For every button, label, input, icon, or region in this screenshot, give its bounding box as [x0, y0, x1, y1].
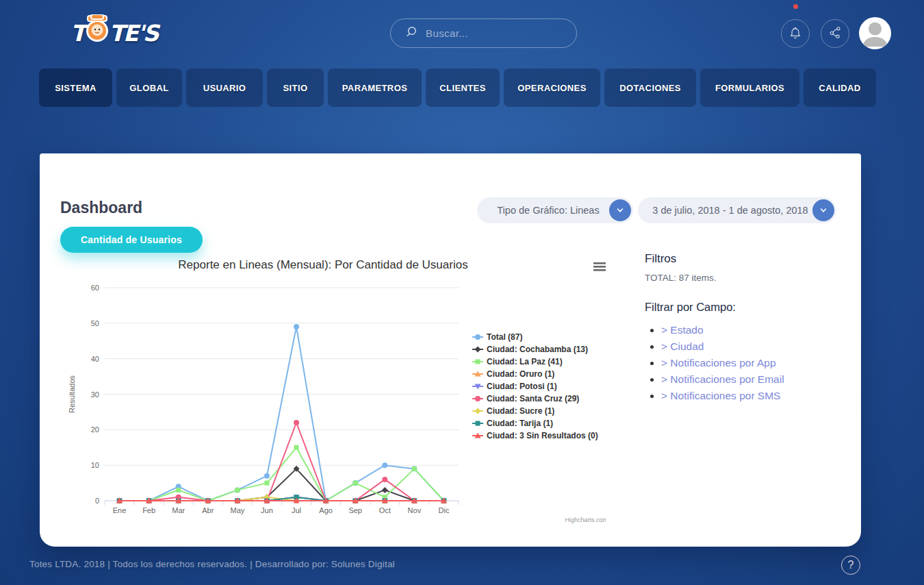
nav-tab-usuario[interactable]: USUARIO — [186, 69, 263, 107]
filters-subheading: Filtrar por Campo: — [645, 301, 850, 314]
filter-list-item: > Estado — [661, 322, 850, 338]
nav-tab-sitio[interactable]: SITIO — [267, 69, 324, 107]
bell-icon — [788, 25, 803, 42]
y-axis-tick-label: 20 — [91, 425, 99, 434]
filter-link-notificaciones-por-sms[interactable]: > Notificaciones por SMS — [661, 390, 780, 401]
main-nav: SISTEMAGLOBALUSUARIOSITIOPARAMETROSCLIEN… — [39, 69, 876, 107]
svg-text:Ciudad: Oruro (1): Ciudad: Oruro (1) — [487, 369, 554, 379]
legend-item[interactable]: Total (87) — [472, 332, 522, 342]
svg-text:Ciudad: 3 Sin Resultados (0): Ciudad: 3 Sin Resultados (0) — [487, 431, 598, 440]
nav-tab-calidad[interactable]: CALIDAD — [804, 69, 876, 107]
legend-item[interactable]: Ciudad: Santa Cruz (29) — [472, 394, 579, 403]
cantidad-usuarios-button[interactable]: Cantidad de Usuarios — [60, 227, 203, 253]
filters-total: TOTAL: 87 items. — [645, 273, 850, 283]
svg-text:Ciudad: Potosi (1): Ciudad: Potosi (1) — [487, 382, 557, 391]
nav-tab-dotaciones[interactable]: DOTACIONES — [604, 69, 696, 107]
highcharts-credit[interactable]: Highcharts.com — [565, 516, 606, 523]
x-axis-tick-label: Mar — [172, 506, 185, 514]
filter-link-ciudad[interactable]: > Ciudad — [661, 340, 704, 352]
chevron-down-icon[interactable] — [812, 199, 834, 221]
x-axis-tick-label: Feb — [142, 506, 155, 514]
content-panel: Dashboard Tipo de Gráfico: Lineas 3 de j… — [40, 153, 861, 547]
x-axis-tick-label: Jul — [292, 506, 301, 514]
share-button[interactable] — [821, 19, 849, 48]
svg-text:Ciudad: Sucre (1): Ciudad: Sucre (1) — [487, 406, 554, 416]
chart-series — [117, 420, 447, 503]
date-range-dropdown[interactable]: 3 de julio, 2018 - 1 de agosto, 2018 — [638, 197, 836, 223]
y-axis-tick-label: 10 — [91, 461, 99, 469]
svg-text:Total (87): Total (87) — [487, 332, 522, 342]
filter-link-estado[interactable]: > Estado — [661, 324, 704, 336]
avatar[interactable] — [859, 17, 891, 49]
person-icon — [859, 19, 891, 49]
legend-item[interactable]: Ciudad: 3 Sin Resultados (0) — [472, 431, 598, 440]
legend-item[interactable]: Ciudad: Potosi (1) — [472, 382, 557, 391]
y-axis-tick-label: 0 — [95, 497, 99, 505]
x-axis-tick-label: Abr — [202, 506, 214, 514]
page-title: Dashboard — [60, 199, 142, 217]
legend-item[interactable]: Ciudad: La Paz (41) — [472, 357, 563, 366]
chart-type-dropdown-value: Tipo de Gráfico: Lineas — [497, 205, 599, 216]
y-axis-title: Resultados — [68, 375, 76, 413]
nav-tab-parametros[interactable]: PARAMETROS — [328, 69, 422, 107]
help-button[interactable]: ? — [841, 556, 860, 575]
y-axis-tick-label: 50 — [91, 319, 99, 327]
logo[interactable]: T TE'S — [70, 14, 157, 52]
line-chart: Reporte en Lineas (Mensual): Por Cantida… — [65, 252, 606, 526]
nav-tab-sistema[interactable]: SISTEMA — [39, 69, 112, 107]
filter-list-item: > Notificaciones por SMS — [661, 388, 850, 404]
chevron-down-icon[interactable] — [609, 199, 631, 221]
nav-tab-formularios[interactable]: FORMULARIOS — [700, 69, 799, 107]
legend-item[interactable]: Ciudad: Sucre (1) — [472, 406, 554, 416]
notifications-button[interactable] — [781, 19, 810, 48]
y-axis-tick-label: 60 — [91, 284, 99, 292]
date-range-dropdown-value: 3 de julio, 2018 - 1 de agosto, 2018 — [652, 205, 808, 216]
svg-text:Ciudad: Tarija (1): Ciudad: Tarija (1) — [487, 419, 553, 428]
svg-text:Ciudad: Santa Cruz (29): Ciudad: Santa Cruz (29) — [487, 394, 579, 403]
search-placeholder: Buscar... — [426, 27, 468, 39]
y-axis-tick-label: 40 — [91, 355, 99, 363]
filter-link-notificaciones-por-app[interactable]: > Notificaciones por App — [661, 357, 776, 369]
logo-text-part2: TE'S — [110, 20, 158, 47]
nav-tab-operaciones[interactable]: OPERACIONES — [504, 69, 600, 107]
chart-type-dropdown[interactable]: Tipo de Gráfico: Lineas — [477, 197, 633, 223]
totes-mascot-icon — [84, 14, 111, 47]
footer-text: Totes LTDA. 2018 | Todos los derechos re… — [29, 559, 395, 569]
chart-title: Reporte en Lineas (Mensual): Por Cantida… — [178, 258, 467, 271]
x-axis-tick-label: Ene — [113, 506, 127, 514]
legend-item[interactable]: Ciudad: Cochabamba (13) — [472, 345, 588, 354]
x-axis-tick-label: May — [230, 506, 244, 514]
x-axis-tick-label: Oct — [379, 506, 391, 514]
filter-list-item: > Notificaciones por App — [661, 355, 850, 371]
x-axis-tick-label: Ago — [319, 506, 333, 514]
logo-text-part1: T — [70, 20, 85, 47]
highcharts-line-chart: Reporte en Lineas (Mensual): Por Cantida… — [65, 252, 606, 526]
search-icon — [405, 25, 418, 41]
legend-item[interactable]: Ciudad: Tarija (1) — [472, 419, 553, 428]
share-icon — [828, 25, 843, 42]
nav-tab-global[interactable]: GLOBAL — [116, 69, 182, 107]
search-bar[interactable]: Buscar... — [390, 18, 577, 48]
notification-dot — [793, 4, 798, 9]
question-mark-icon: ? — [848, 559, 854, 571]
x-axis-tick-label: Dic — [439, 506, 450, 514]
chart-export-menu-icon[interactable] — [593, 262, 606, 271]
legend-item[interactable]: Ciudad: Oruro (1) — [472, 369, 554, 379]
topbar: T TE'S Buscar... — [0, 0, 924, 66]
x-axis-tick-label: Jun — [261, 506, 273, 514]
x-axis-tick-label: Sep — [348, 506, 362, 514]
x-axis-tick-label: Nov — [408, 506, 422, 514]
filter-list-item: > Notificaciones por Email — [661, 371, 850, 388]
filters-heading: Filtros — [645, 252, 850, 266]
chart-series — [117, 324, 447, 503]
filter-link-notificaciones-por-email[interactable]: > Notificaciones por Email — [661, 373, 784, 385]
svg-text:Ciudad: La Paz (41): Ciudad: La Paz (41) — [487, 357, 563, 366]
y-axis-tick-label: 30 — [91, 390, 99, 399]
svg-text:Ciudad: Cochabamba (13): Ciudad: Cochabamba (13) — [487, 345, 588, 354]
filter-links-list: > Estado> Ciudad> Notificaciones por App… — [645, 322, 850, 404]
filters-panel: Filtros TOTAL: 87 items. Filtrar por Cam… — [645, 252, 850, 404]
filter-list-item: > Ciudad — [661, 338, 850, 355]
nav-tab-clientes[interactable]: CLIENTES — [426, 69, 500, 107]
